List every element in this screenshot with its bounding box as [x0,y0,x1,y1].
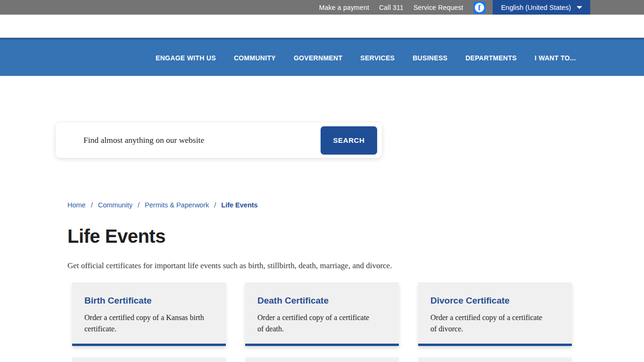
nav-item-engage-with-us[interactable]: ENGAGE WITH US [156,54,216,62]
nav-item-government[interactable]: GOVERNMENT [294,54,342,62]
breadcrumb-separator: / [138,201,140,209]
page-description: Get official certificates for important … [67,261,644,271]
call-311-link[interactable]: Call 311 [379,4,404,11]
nav-item-business[interactable]: BUSINESS [413,54,447,62]
language-selector[interactable]: English (United States) [493,0,590,15]
breadcrumb-permits-paperwork[interactable]: Permits & Paperwork [145,201,209,209]
breadcrumb: Home / Community / Permits & Paperwork /… [67,201,644,209]
search-button[interactable]: SEARCH [321,126,377,155]
card-stub[interactable] [418,358,572,362]
facebook-f-glyph: f [478,4,480,12]
page-title: Life Events [67,226,644,247]
nav-item-i-want-to[interactable]: I WANT TO... [535,54,576,62]
card-stub[interactable] [245,358,399,362]
chevron-down-icon [577,6,582,9]
card-title: Death Certificate [257,296,387,306]
card-description: Order a certified copy of a Kansas birth… [84,312,214,335]
nav-item-services[interactable]: SERVICES [360,54,395,62]
card-divorce-certificate[interactable]: Divorce Certificate Order a certified co… [418,282,572,346]
card-title: Birth Certificate [84,296,214,306]
card-birth-certificate[interactable]: Birth Certificate Order a certified copy… [72,282,226,346]
nav-item-departments[interactable]: DEPARTMENTS [465,54,517,62]
nav-item-community[interactable]: COMMUNITY [234,54,276,62]
service-request-link[interactable]: Service Request [413,4,463,11]
card-death-certificate[interactable]: Death Certificate Order a certified copy… [245,282,399,346]
cards-grid-second-row [72,358,644,362]
breadcrumb-separator: / [91,201,93,209]
search-input[interactable] [56,123,321,158]
page-content: Home / Community / Permits & Paperwork /… [0,201,644,362]
facebook-icon[interactable]: f [473,1,486,14]
card-stub[interactable] [72,358,226,362]
make-a-payment-link[interactable]: Make a payment [319,4,369,11]
breadcrumb-home[interactable]: Home [67,201,86,209]
search-bar: SEARCH [56,123,382,158]
card-description: Order a certified copy of a certificate … [430,312,560,335]
language-label: English (United States) [501,4,571,11]
breadcrumb-community[interactable]: Community [98,201,132,209]
breadcrumb-separator: / [214,201,216,209]
card-title: Divorce Certificate [430,296,560,306]
facebook-circle: f [475,3,484,12]
breadcrumb-current-life-events: Life Events [221,201,257,209]
header-band [0,15,644,38]
topbar: Make a payment Call 311 Service Request … [0,0,644,15]
card-description: Order a certified copy of a certificate … [257,312,387,335]
cards-grid: Birth Certificate Order a certified copy… [72,282,644,346]
main-nav: ENGAGE WITH US COMMUNITY GOVERNMENT SERV… [0,38,644,76]
